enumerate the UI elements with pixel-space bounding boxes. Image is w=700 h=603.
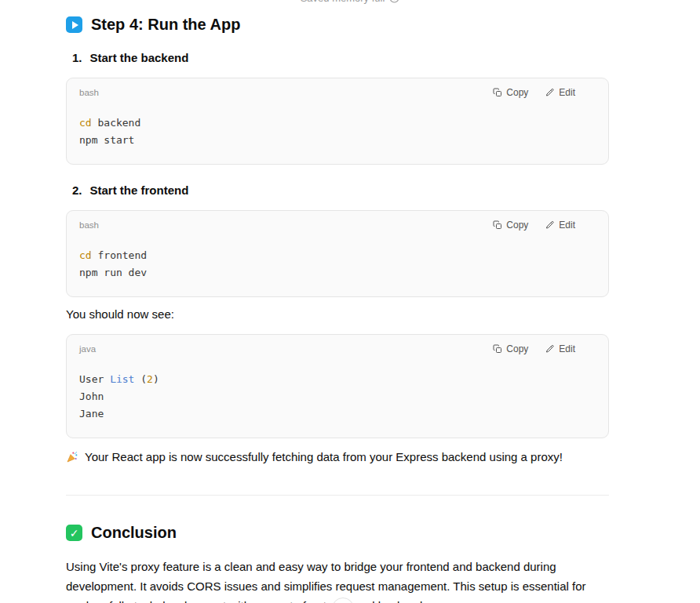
edit-button[interactable]: Edit (545, 220, 575, 231)
pencil-icon (545, 88, 555, 97)
code-language-label: java (79, 344, 96, 354)
pencil-icon (545, 344, 555, 354)
list-number: 2. (72, 183, 82, 197)
list-label: Start the frontend (90, 183, 189, 197)
see-text: You should now see: (66, 307, 609, 321)
list-item-frontend: 2. Start the frontend (72, 183, 609, 197)
code-language-label: bash (79, 220, 99, 230)
code-block-frontend: bash Copy Edit cd frontendnpm run dev (66, 210, 609, 297)
section-divider (66, 495, 609, 496)
code-content[interactable]: cd backendnpm start (67, 98, 608, 164)
code-block-output: java Copy Edit User List (2)JohnJane (66, 334, 609, 438)
conclusion-heading: ✓ Conclusion (66, 524, 609, 542)
code-content[interactable]: cd frontendnpm run dev (67, 231, 608, 296)
list-label: Start the backend (90, 51, 189, 64)
party-popper-icon (66, 451, 78, 463)
copy-button[interactable]: Copy (493, 343, 528, 354)
play-button-emoji-icon (66, 16, 82, 33)
step-heading: Step 4: Run the App (66, 16, 609, 34)
list-item-backend: 1. Start the backend (72, 51, 609, 64)
success-text: Your React app is now successfully fetch… (85, 450, 563, 463)
success-line: Your React app is now successfully fetch… (66, 450, 609, 463)
pencil-icon (545, 220, 555, 230)
check-mark-emoji-icon: ✓ (66, 525, 82, 541)
code-block-backend: bash Copy Edit cd backendnpm start (66, 78, 609, 165)
copy-icon (493, 344, 502, 354)
code-language-label: bash (79, 88, 99, 97)
copy-button[interactable]: Copy (493, 87, 528, 98)
conclusion-paragraph: Using Vite's proxy feature is a clean an… (66, 557, 609, 603)
copy-button[interactable]: Copy (493, 220, 528, 231)
code-content[interactable]: User List (2)JohnJane (67, 354, 608, 438)
edit-button[interactable]: Edit (545, 343, 575, 354)
chat-response-page: Saved memory full Step 4: Run the App 1.… (0, 0, 700, 603)
list-number: 1. (72, 51, 82, 64)
message-content: Step 4: Run the App 1. Start the backend… (66, 0, 609, 603)
copy-icon (493, 88, 502, 97)
step-heading-text: Step 4: Run the App (91, 16, 240, 34)
edit-button[interactable]: Edit (545, 87, 575, 98)
conclusion-heading-text: Conclusion (91, 524, 177, 542)
copy-icon (493, 220, 502, 230)
